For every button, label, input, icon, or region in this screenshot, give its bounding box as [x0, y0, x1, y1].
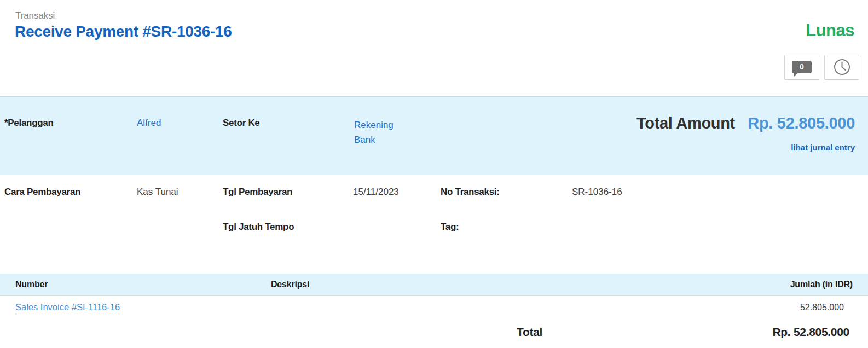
total-amount-value[interactable]: Rp. 52.805.000 [748, 114, 855, 132]
history-button[interactable] [824, 55, 859, 80]
table-total-label: Total [517, 326, 542, 339]
transaction-details: Cara Pembayaran Kas Tunai Tgl Pembayaran… [0, 175, 868, 274]
journal-entry-link[interactable]: lihat jurnal entry [791, 143, 855, 152]
clock-icon [834, 59, 850, 76]
transaction-no-value: SR-1036-16 [572, 187, 622, 198]
payment-method-value: Kas Tunai [137, 187, 178, 198]
payment-date-value: 15/11/2023 [353, 187, 399, 198]
receive-payment-page: Transaksi Receive Payment #SR-1036-16 Lu… [0, 0, 868, 348]
column-number: Number [15, 280, 48, 289]
table-total-value: Rp. 52.805.000 [772, 326, 849, 339]
due-date-label: Tgl Jatuh Tempo [223, 222, 294, 233]
column-amount: Jumlah (in IDR) [790, 280, 853, 289]
page-title: Receive Payment #SR-1036-16 [15, 23, 232, 40]
customer-link[interactable]: Alfred [137, 118, 161, 129]
invoice-link[interactable]: Sales Invoice #SI-1116-16 [15, 302, 120, 314]
header-actions: 0 [784, 55, 859, 80]
deposit-account-link[interactable]: Rekening Bank [354, 118, 407, 147]
summary-band: *Pelanggan Alfred Setor Ke Rekening Bank… [0, 96, 868, 175]
breadcrumb: Transaksi [15, 10, 55, 21]
deposit-to-label: Setor Ke [223, 118, 260, 129]
status-badge: Lunas [806, 21, 854, 40]
tag-label: Tag: [441, 222, 459, 233]
comments-button[interactable]: 0 [784, 55, 819, 80]
transaction-no-label: No Transaksi: [441, 187, 500, 198]
total-amount-label: Total Amount [636, 114, 735, 132]
customer-label: *Pelanggan [4, 118, 54, 129]
row-amount: 52.805.000 [800, 303, 844, 312]
payment-date-label: Tgl Pembayaran [223, 187, 292, 198]
column-description: Deskripsi [271, 280, 309, 289]
comment-bubble-icon: 0 [792, 61, 812, 73]
payment-method-label: Cara Pembayaran [4, 187, 80, 198]
comments-count: 0 [800, 62, 804, 71]
table-header: Number Deskripsi Jumlah (in IDR) [0, 274, 868, 296]
total-amount: Total Amount Rp. 52.805.000 [636, 114, 855, 132]
